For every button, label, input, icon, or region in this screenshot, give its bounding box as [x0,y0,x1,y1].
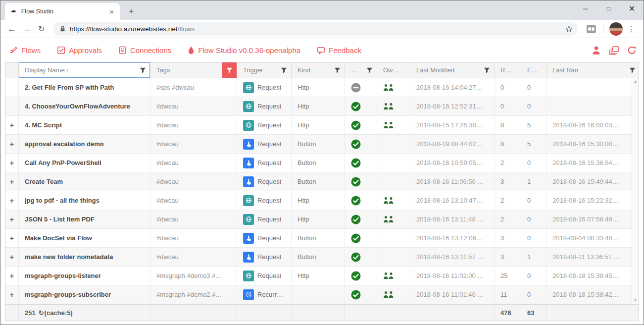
footer-modified [410,305,495,321]
flow-name[interactable]: 2. Get File From SP with Path [19,78,150,97]
scroll-up-icon[interactable]: ▲ [634,80,638,84]
column-header-expand[interactable] [5,62,19,78]
check-circle-icon[interactable] [351,290,361,300]
flow-owners [377,210,410,228]
flow-runs: 8 [495,116,521,134]
flow-last-modified: 2018-08-16 11:06:56 … [410,172,495,191]
new-tab-button[interactable]: + [125,6,137,16]
flow-name[interactable]: jpg to pdf - all the things [19,191,150,210]
check-circle-icon[interactable] [351,196,361,206]
extension-icon[interactable] [587,25,596,33]
active-filter-button[interactable] [222,62,237,78]
flow-last-ran: 2018-08-16 15:30:00… [546,135,633,153]
check-circle-icon[interactable] [351,177,361,187]
nav-item-label: Flows [21,46,41,54]
back-button[interactable]: ← [4,24,19,34]
flow-fails: 1 [521,248,546,266]
flow-name[interactable]: 4. ChooseYourOwnFlowAdventure [19,97,150,115]
flow-state [345,267,377,285]
flow-trigger: Recurr… [237,285,292,304]
expand-row-button[interactable]: + [5,285,19,304]
nav-item-feedback[interactable]: Feedback [317,46,361,54]
check-circle-icon[interactable] [351,233,361,243]
cache-info: (cache:5) [45,309,73,317]
check-circle-icon[interactable] [351,271,361,281]
flow-state [345,172,377,191]
window-minimize-button[interactable]: ─ [574,0,597,16]
address-bar[interactable]: https://flow-studio.azurewebsites.net/fl… [53,22,578,36]
column-header-fails[interactable]: F… [521,62,546,78]
flow-fails: 5 [521,135,546,153]
filter-icon[interactable] [366,67,373,73]
expand-row-button[interactable]: + [5,135,19,153]
expand-row-button[interactable]: + [5,210,19,228]
user-icon[interactable] [592,46,601,55]
check-circle-icon[interactable] [351,215,361,224]
flow-name[interactable]: approval escalation demo [19,135,150,153]
flow-name[interactable]: msgraph-groups-listener [19,267,150,285]
filter-icon[interactable] [484,67,490,73]
flow-name[interactable]: msgraph-groups-subscriber [19,285,150,304]
footer-lastran [546,305,640,321]
refresh-cache-icon[interactable]: ↻ [39,309,44,317]
expand-row-button[interactable]: + [5,191,19,210]
check-circle-icon[interactable] [351,252,361,262]
nav-item-connections[interactable]: Connections [118,46,171,54]
footer-kind [292,305,345,321]
check-circle-icon[interactable] [351,120,361,130]
column-header-lastran[interactable]: Last Ran [546,62,640,78]
flow-state [345,78,377,97]
expand-row-button[interactable]: + [5,248,19,266]
filter-icon[interactable] [281,67,287,73]
check-circle-icon[interactable] [351,158,361,168]
tab-close-icon[interactable]: × [107,7,116,16]
window-close-button[interactable]: ✕ [620,0,644,16]
trigger-label: Request [257,272,281,279]
flow-runs: 2 [495,191,521,210]
filter-icon[interactable] [140,67,146,73]
column-header-trigger[interactable]: Trigger [237,62,292,78]
forward-button[interactable]: → [19,24,34,34]
nav-item-flows[interactable]: Flows [9,46,41,54]
profile-avatar[interactable] [609,22,623,36]
window-maximize-button[interactable]: □ [597,0,620,16]
column-header-kind[interactable]: Kind [292,62,345,78]
refresh-icon[interactable] [627,46,637,55]
reload-button[interactable]: ↻ [34,24,49,34]
scroll-down-icon[interactable]: ▼ [634,299,638,303]
column-header-state[interactable]: … [345,62,377,78]
column-header-name[interactable]: Display Name↑ [19,62,150,78]
flow-name[interactable]: Call Any PnP-PowerShell [19,154,150,172]
flow-row: +msgraph-groups-subscriber#msgraph #demo… [5,285,639,304]
footer-tags [150,305,237,321]
browser-tab[interactable]: ✒ Flow Studio × [5,3,120,20]
windows-icon[interactable] [609,46,619,55]
bookmark-star-icon[interactable] [565,25,573,33]
column-header-runs[interactable]: R… [495,62,521,78]
check-circle-icon[interactable] [351,102,361,111]
filter-icon[interactable] [629,67,636,73]
flow-name[interactable]: Create Team [19,172,150,191]
expand-row-button[interactable]: + [5,172,19,191]
column-header-tags[interactable]: Tags [150,62,237,78]
flow-name[interactable]: 4. MC Script [19,116,150,134]
column-header-modified[interactable]: Last Modified [410,62,495,78]
nav-item-approvals[interactable]: Approvals [57,46,102,54]
flows-icon [9,46,18,54]
check-circle-icon[interactable] [351,139,361,149]
expand-row-button[interactable]: + [5,154,19,172]
flow-name[interactable]: JSON 5 - List Item PDF [19,210,150,228]
app-navbar: FlowsApprovalsConnectionsFlow Studio v0.… [0,39,644,62]
flow-name[interactable]: Make DocSet via Flow [19,229,150,247]
table-scrollbar[interactable]: ▲ ▼ [632,78,639,304]
expand-row-button[interactable]: + [5,116,19,134]
flow-state [345,154,377,172]
filter-icon[interactable] [334,67,341,73]
expand-row-button[interactable]: + [5,229,19,247]
column-header-owners[interactable]: Ow… [377,62,410,78]
browser-menu-icon[interactable]: ⋮ [623,24,640,34]
minus-circle-icon[interactable] [351,83,361,93]
nav-item-flow[interactable]: Flow Studio v0.0.36-openalpha [188,46,300,54]
expand-row-button[interactable]: + [5,267,19,285]
flow-name[interactable]: make new folder nometadata [19,248,150,266]
